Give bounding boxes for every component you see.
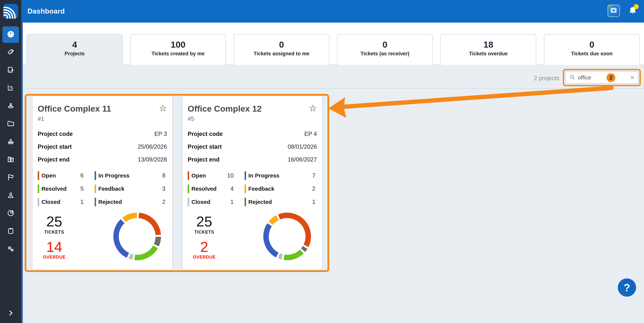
field-row: Project start 08/01/2026 [188,143,317,150]
notifications-button[interactable] [627,6,638,17]
field-value: 13/09/2028 [138,156,167,163]
dashboard-gauge-icon [6,30,15,39]
legend-label: Rejected [248,199,272,205]
sign-document-icon [6,66,15,75]
project-id: #1 [38,116,167,122]
legend-count: 2 [312,185,316,192]
sidebar-item-pie-chart[interactable] [2,205,19,222]
tab-label: Tickets overdue [441,51,536,57]
sidebar-item-clipboard[interactable] [2,223,19,240]
project-name: Office Complex 11 [38,104,111,114]
project-fields: Project code EP 3 Project start 25/06/20… [38,131,167,163]
field-label: Project end [188,156,220,163]
tickets-count: 25 [39,214,69,229]
field-label: Project end [38,156,70,163]
legend-label: Open [192,172,206,179]
overdue-caption: OVERDUE [189,255,219,260]
legend-entry-feedback: Feedback2 [244,184,317,193]
tickets-caption: TICKETS [39,230,69,235]
sidebar-item-dashboard[interactable] [2,26,19,43]
sidebar-item-settings[interactable] [2,241,19,258]
donut-segment-feedback [271,218,278,223]
legend-label: Open [42,172,56,179]
tab-tickets-assigned-to-me[interactable]: 0 Tickets assigned to me [234,34,329,65]
legend-count: 4 [230,185,234,192]
legend-count: 2 [162,199,166,205]
sidebar-item-reports[interactable] [2,80,19,97]
person-site-icon [6,101,15,111]
field-label: Project code [38,131,73,137]
overdue-count: 14 [39,240,69,254]
tab-projects[interactable]: 4 Projects [27,34,122,65]
tickets-caption: TICKETS [189,230,219,235]
sidebar-expand-button[interactable] [0,307,21,320]
tab-value: 100 [130,39,226,50]
sidebar-accent-rail [21,22,23,323]
legend-count: 1 [312,199,316,205]
company-logo[interactable] [0,0,21,22]
tags-icon [6,48,15,57]
legend-entry-rejected: Rejected2 [94,198,167,206]
donut-segment-open [139,215,158,235]
legend-color-bar [244,171,246,180]
sidebar-item-site-person[interactable] [2,98,19,114]
legend-label: Closed [192,199,210,205]
butterfly-app-icon [609,6,618,15]
app-switcher-button[interactable] [608,4,620,17]
donut-segment-closed [279,256,282,257]
tab-tickets-due-soon[interactable]: 0 Tickets due soon [544,34,640,65]
clipboard-icon [6,227,15,236]
content-divider [23,88,644,89]
donut-segment-rejected [156,237,158,245]
sidebar-item-flag[interactable] [2,169,19,186]
chevron-right-icon [7,309,14,318]
status-legend: Open10In Progress7Resolved4Feedback2Clos… [188,171,317,206]
star-favorite-icon[interactable]: ☆ [309,103,317,113]
sidebar-item-stamp[interactable] [2,134,19,150]
field-value: 25/06/2026 [138,143,167,150]
donut-segment-resolved [284,252,302,258]
user-icon [6,191,15,200]
clear-search-icon[interactable]: × [630,74,634,81]
bar-chart-icon [6,84,15,93]
tab-tickets-overdue[interactable]: 18 Tickets overdue [440,34,536,65]
stat-tabs: 4 Projects 100 Tickets created by me 0 T… [27,34,640,65]
legend-label: Closed [42,199,60,205]
tab-label: Tickets assigned to me [234,51,329,57]
bell-icon [627,14,638,17]
help-button[interactable]: ? [618,278,636,297]
status-donut-chart [112,211,163,262]
legend-label: In Progress [248,172,280,179]
legend-color-bar [94,198,96,206]
notification-dot [634,4,639,9]
tab-tickets-as-receiver[interactable]: 0 Tickets (as receiver) [337,34,433,65]
tab-value: 0 [544,39,639,50]
sidebar-item-sign-document[interactable] [2,62,19,79]
legend-color-bar [188,198,189,206]
sidebar-item-buildings[interactable] [2,152,19,168]
legend-color-bar [94,184,96,193]
legend-count: 6 [80,172,84,179]
legend-label: Feedback [98,186,124,192]
flag-icon [6,173,15,182]
sidebar-item-user[interactable] [2,187,19,204]
legend-label: Resolved [192,186,216,192]
legend-entry-open: Open10 [188,171,244,180]
stamp-icon [6,137,15,147]
tab-tickets-created-by-me[interactable]: 100 Tickets created by me [130,34,226,65]
legend-count: 7 [312,172,316,179]
legend-entry-resolved: Resolved5 [38,184,94,193]
sidebar-item-tags[interactable] [2,44,19,61]
tickets-count: 25 [189,214,219,229]
legend-entry-closed: Closed1 [38,198,94,206]
legend-count: 3 [162,185,166,192]
tab-label: Tickets (as receiver) [338,51,432,57]
search-input[interactable] [578,74,606,81]
project-card-office-complex-12[interactable]: Office Complex 12 ☆ #5 Project code EP 4… [182,96,322,270]
donut-segment-open [279,215,308,246]
sidebar-item-folder[interactable] [2,116,19,132]
folder-icon [6,119,15,129]
legend-count: 1 [230,199,234,205]
star-favorite-icon[interactable]: ☆ [159,103,167,113]
project-card-office-complex-11[interactable]: Office Complex 11 ☆ #1 Project code EP 3… [32,96,172,270]
